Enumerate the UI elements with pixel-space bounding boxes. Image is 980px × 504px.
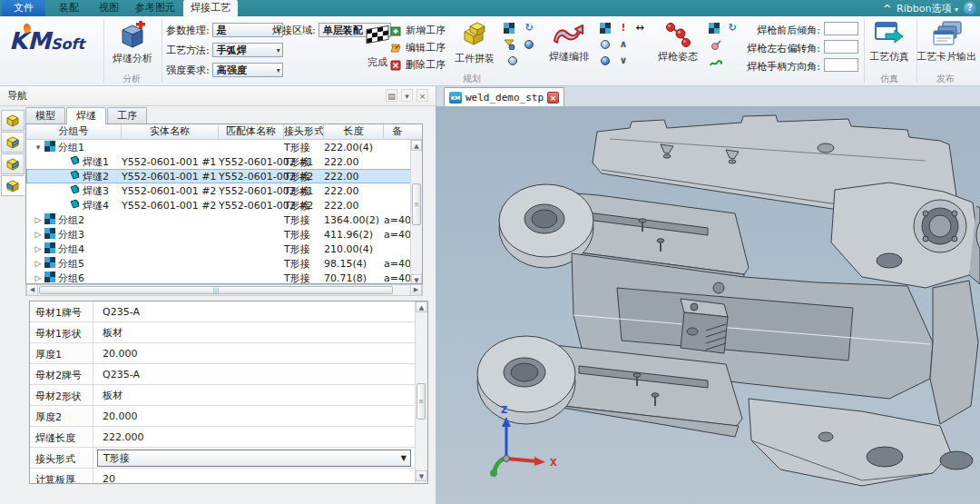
dock-icon[interactable]: ▾	[401, 89, 413, 102]
help-icon[interactable]: ?	[964, 2, 976, 15]
property-row[interactable]: 厚度120.000	[30, 343, 427, 364]
expand-icon[interactable]: ▾	[34, 143, 43, 152]
model-3d-canvas[interactable]: Z X	[436, 106, 980, 504]
table-row-weld2-selected[interactable]: 焊缝2 Y552-0601-001 #1Y552-0601-002 #2 T形接…	[26, 169, 422, 183]
property-row[interactable]: 厚度220.000	[30, 406, 427, 427]
param-infer-label: 参数推理:	[166, 24, 210, 37]
tab-model[interactable]: 模型	[25, 107, 65, 124]
tab-reference[interactable]: 参考图元	[129, 0, 181, 16]
scroll-thumb[interactable]: ≡	[416, 383, 426, 420]
property-row[interactable]: 母材2牌号Q235-A	[30, 364, 427, 385]
joint-type-select[interactable]: T形接▼	[97, 450, 411, 467]
sphere-icon[interactable]	[523, 38, 535, 51]
ribbon-options-button[interactable]: Ribbon选项 ▾	[897, 2, 958, 15]
process-card-output-button[interactable]: 工艺卡片输出	[915, 19, 978, 64]
tab-file[interactable]: 文件	[2, 0, 45, 16]
col-joint[interactable]: 接头形式	[284, 124, 324, 139]
torch-angle-fb-label: 焊枪前后倾角:	[735, 24, 820, 37]
col-note[interactable]: 备	[384, 124, 411, 139]
process-method-select[interactable]: 手弧焊▾	[212, 43, 283, 57]
torch-angle-handle-input[interactable]	[824, 58, 858, 72]
weld-analysis-button[interactable]: 焊缝分析	[107, 19, 158, 65]
sphere-icon[interactable]	[599, 38, 612, 51]
refresh-icon[interactable]: ↻	[523, 21, 535, 34]
expand-icon[interactable]: ▷	[34, 273, 43, 282]
weld-arrange-button[interactable]: 焊缝编排	[544, 19, 593, 64]
expand-icon[interactable]: ▷	[34, 230, 43, 239]
scroll-thumb[interactable]: ≡	[412, 183, 421, 225]
col-group[interactable]: 分组号	[26, 124, 122, 139]
sphere-icon[interactable]	[506, 54, 519, 67]
property-row[interactable]: 母材1牌号Q235-A	[30, 301, 427, 322]
pour-weld-icon[interactable]	[503, 38, 515, 51]
new-operation-button[interactable]: 新增工序	[390, 24, 446, 37]
flag-mini-icon[interactable]	[599, 22, 612, 35]
sphere-icon[interactable]	[599, 54, 612, 67]
strength-select[interactable]: 高强度▾	[212, 63, 283, 77]
scroll-down-icon[interactable]: ▼	[416, 470, 427, 481]
probe-icon[interactable]	[710, 39, 722, 52]
delete-operation-button[interactable]: 删除工序	[390, 58, 446, 72]
property-row[interactable]: 母材1形状板材	[30, 322, 427, 343]
expand-icon[interactable]: ▷	[34, 259, 43, 268]
torch-angle-lr-label: 焊枪左右偏转角:	[735, 42, 820, 55]
col-match[interactable]: 匹配体名称	[219, 124, 284, 139]
table-row-group3[interactable]: ▷ 分组3 T形接411.96(2)a=40°	[26, 227, 422, 242]
close-tab-icon[interactable]: ×	[547, 92, 559, 104]
scroll-down-icon[interactable]: ▼	[411, 274, 422, 284]
torch-pose-button[interactable]: 焊枪姿态	[653, 19, 702, 64]
warning-icon[interactable]: !	[617, 21, 630, 34]
move-down-icon[interactable]: ∨	[617, 54, 630, 66]
table-row-group6[interactable]: ▷ 分组6 T形接70.71(8)a=40°	[26, 271, 422, 284]
tab-operation[interactable]: 工序	[107, 107, 147, 124]
tab-view[interactable]: 视图	[89, 0, 129, 16]
table-horizontal-scrollbar[interactable]: ◀ ||| ▶	[25, 284, 423, 296]
expand-icon[interactable]: ▷	[34, 215, 43, 224]
table-row-group5[interactable]: ▷ 分组5 T形接98.15(4)a=40°	[26, 256, 422, 271]
edit-operation-button[interactable]: 编辑工序	[390, 41, 446, 54]
properties-vertical-scrollbar[interactable]: ▲ ≡ ▼	[415, 301, 427, 483]
tab-assembly[interactable]: 装配	[49, 0, 89, 16]
torch-angle-lr-input[interactable]	[824, 40, 858, 54]
close-icon[interactable]: ×	[416, 89, 428, 102]
document-tab[interactable]: KM weld_demo_stp ×	[444, 87, 564, 106]
scroll-up-icon[interactable]: ▲	[411, 140, 422, 151]
property-row-joint-type[interactable]: 接头形式 T形接▼	[30, 448, 427, 469]
part-assembly-button[interactable]: 工件拼装	[450, 19, 499, 65]
col-entity[interactable]: 实体名称	[122, 124, 219, 139]
tab-weld-process[interactable]: 焊接工艺	[183, 0, 238, 16]
move-up-icon[interactable]: ∧	[617, 37, 630, 50]
ribbon-separator	[103, 19, 104, 83]
table-row-group1[interactable]: ▾ 分组1 T形接222.00(4)	[26, 140, 422, 154]
flag-mini-icon[interactable]	[708, 22, 720, 35]
table-row-weld4[interactable]: 焊缝4 Y552-0601-001 #2Y552-0601-002 #2 T形接…	[26, 198, 422, 212]
property-row[interactable]: 焊缝长度222.000	[30, 427, 427, 448]
scroll-up-icon[interactable]: ▲	[416, 301, 427, 312]
table-row-weld3[interactable]: 焊缝3 Y552-0601-001 #2Y552-0601-002 #1 T形接…	[26, 183, 422, 198]
table-row-weld1[interactable]: 焊缝1 Y552-0601-001 #1Y552-0601-002 #1 T形接…	[26, 154, 422, 169]
expand-icon[interactable]: ▷	[34, 244, 43, 253]
flag-mini-icon[interactable]	[503, 22, 515, 35]
property-row[interactable]: 母材2形状板材	[30, 385, 427, 406]
torch-angle-fb-input[interactable]	[824, 22, 858, 35]
scroll-right-icon[interactable]: ▶	[410, 285, 422, 295]
col-length[interactable]: 长度	[324, 124, 384, 139]
table-vertical-scrollbar[interactable]: ▲ ≡ ▼	[410, 140, 422, 284]
resize-icon[interactable]: ↔	[633, 21, 646, 34]
table-row-group4[interactable]: ▷ 分组4 T形接210.00(4)	[26, 242, 422, 256]
pin-icon[interactable]: ▤	[386, 89, 397, 102]
scroll-left-icon[interactable]: ◀	[26, 285, 38, 295]
scroll-thumb[interactable]: |||	[39, 286, 393, 294]
cube-section-button[interactable]	[1, 153, 24, 174]
cube-section-button-active[interactable]	[1, 175, 24, 196]
snake-path-icon[interactable]	[710, 56, 722, 69]
property-row[interactable]: 计算板厚20	[30, 469, 427, 484]
weld-table-header: 分组号 实体名称 匹配体名称 接头形式 长度 备	[26, 124, 422, 140]
torch-pose-icon	[662, 21, 693, 48]
table-row-group2[interactable]: ▷ 分组2 T形接1364.00(2)a=40°	[26, 212, 422, 227]
minimize-ribbon-icon[interactable]: ^	[883, 3, 891, 15]
tab-weld[interactable]: 焊缝	[66, 107, 106, 124]
process-sim-button[interactable]: 工艺仿真	[867, 19, 911, 64]
cube-view-button[interactable]	[1, 110, 24, 131]
cube-section-button[interactable]	[1, 132, 24, 153]
